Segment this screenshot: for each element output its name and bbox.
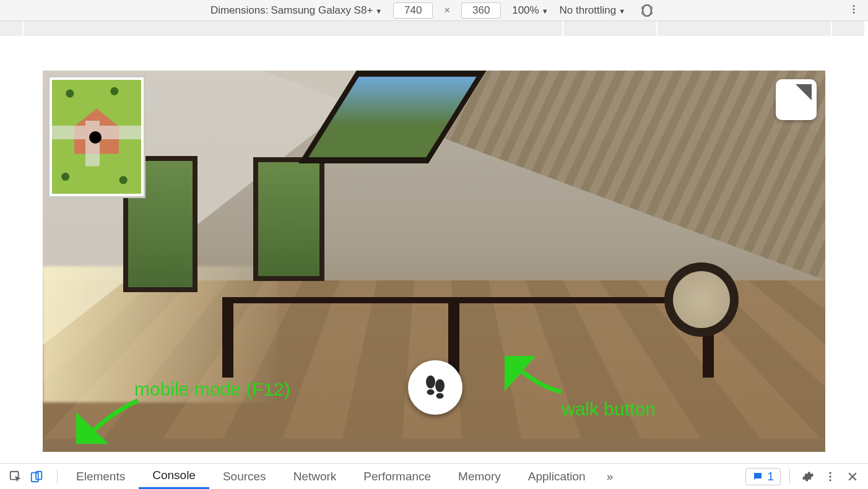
dimensions-label: Dimensions: xyxy=(210,4,269,17)
toggle-device-toolbar-icon[interactable] xyxy=(26,467,47,487)
chevron-down-icon: ▼ xyxy=(542,7,549,15)
svg-point-4 xyxy=(853,12,855,14)
inspect-element-icon[interactable] xyxy=(5,467,26,487)
tab-stub[interactable] xyxy=(0,21,22,36)
svg-point-2 xyxy=(853,5,855,7)
svg-point-12 xyxy=(829,472,831,474)
rotate-icon[interactable] xyxy=(636,1,658,20)
settings-icon[interactable] xyxy=(799,467,817,486)
svg-rect-10 xyxy=(32,472,38,482)
tab-performance[interactable]: Performance xyxy=(350,464,445,489)
device-toolbar: Dimensions: Samsung Galaxy S8+ ▼ × 100% … xyxy=(0,0,868,21)
more-options-icon[interactable] xyxy=(848,4,859,18)
issues-chip[interactable]: 1 xyxy=(745,468,781,485)
render-viewport[interactable]: mobile mode (F12) walk button xyxy=(43,71,825,452)
tab-network[interactable]: Network xyxy=(280,464,350,489)
chevron-down-icon: ▼ xyxy=(618,7,625,15)
zoom-dropdown[interactable]: 100% ▼ xyxy=(512,4,548,17)
devtools-tabs: Elements Console Sources Network Perform… xyxy=(63,464,620,489)
svg-point-6 xyxy=(427,389,435,395)
stage: mobile mode (F12) walk button xyxy=(0,36,868,463)
window xyxy=(253,157,324,281)
svg-point-13 xyxy=(829,475,831,477)
svg-point-5 xyxy=(426,376,435,389)
throttling-dropdown[interactable]: No throttling ▼ xyxy=(560,4,626,17)
issue-icon xyxy=(752,471,763,482)
separator xyxy=(789,469,790,484)
device-name: Samsung Galaxy S8+ xyxy=(271,4,373,17)
chevron-down-icon: ▼ xyxy=(375,7,382,15)
separator xyxy=(57,469,58,484)
tab-stub[interactable] xyxy=(24,21,562,36)
tab-stub[interactable] xyxy=(832,21,864,36)
view-cube[interactable] xyxy=(776,79,817,120)
size-separator: × xyxy=(444,4,450,17)
close-devtools-icon[interactable] xyxy=(843,467,862,486)
tab-stub[interactable] xyxy=(658,21,831,36)
width-input[interactable] xyxy=(393,2,433,19)
tab-strip xyxy=(0,21,868,36)
issues-count: 1 xyxy=(767,470,774,483)
tab-console[interactable]: Console xyxy=(139,464,209,489)
walk-button[interactable] xyxy=(408,360,462,415)
railing xyxy=(222,297,714,378)
svg-point-7 xyxy=(435,379,445,392)
dimensions-dropdown[interactable]: Dimensions: Samsung Galaxy S8+ ▼ xyxy=(210,4,382,17)
tab-memory[interactable]: Memory xyxy=(445,464,514,489)
tab-application[interactable]: Application xyxy=(514,464,599,489)
kebab-menu-icon[interactable] xyxy=(821,467,840,486)
throttling-value: No throttling xyxy=(560,4,617,17)
tab-stub[interactable] xyxy=(563,21,656,36)
round-window xyxy=(664,262,739,337)
tab-elements[interactable]: Elements xyxy=(63,464,139,489)
svg-point-14 xyxy=(829,479,831,481)
zoom-value: 100% xyxy=(512,4,539,17)
more-tabs-icon[interactable]: » xyxy=(599,464,621,489)
tab-sources[interactable]: Sources xyxy=(209,464,280,489)
minimap[interactable] xyxy=(48,76,145,198)
svg-point-3 xyxy=(853,9,855,11)
devtools-panel: Elements Console Sources Network Perform… xyxy=(0,463,868,489)
svg-point-8 xyxy=(436,393,444,399)
footsteps-icon xyxy=(420,373,450,402)
height-input[interactable] xyxy=(461,2,501,19)
